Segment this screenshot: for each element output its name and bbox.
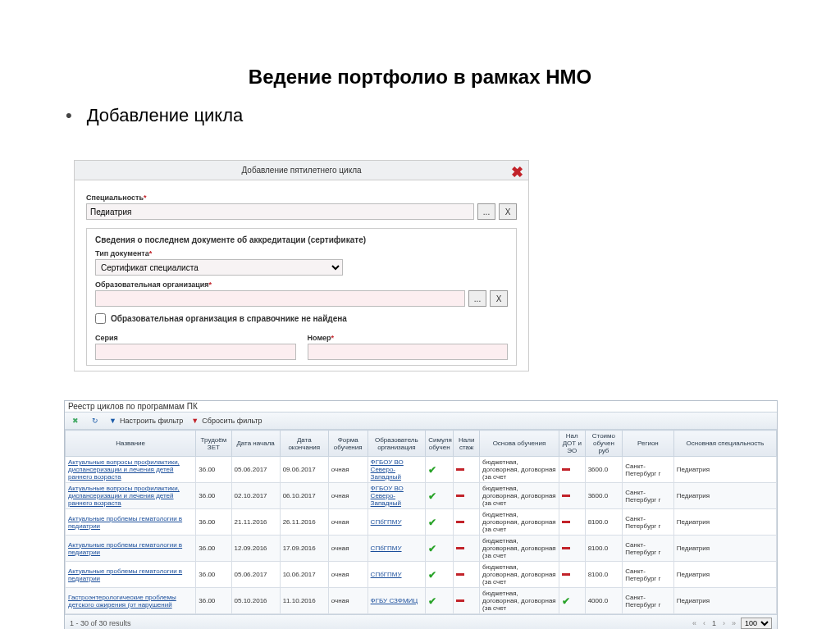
- table-row[interactable]: Актуальные вопросы профилактики, диспанс…: [66, 483, 777, 509]
- org-lookup-button[interactable]: ...: [468, 290, 486, 307]
- funnel-icon: ▼: [109, 417, 117, 425]
- page-size-select[interactable]: 100: [741, 618, 772, 629]
- col-name[interactable]: Название: [66, 431, 196, 457]
- minus-icon: [562, 468, 570, 471]
- refresh-icon[interactable]: ↻: [89, 415, 101, 426]
- org-not-found-checkbox[interactable]: [95, 313, 106, 324]
- series-input[interactable]: [95, 344, 296, 360]
- minus-icon: [562, 547, 570, 549]
- grid-footer: 1 - 30 of 30 results « ‹ 1 › » 100: [65, 614, 777, 629]
- table-row[interactable]: Актуальные проблемы гематологии в педиат…: [66, 562, 777, 588]
- cycles-grid: Реестр циклов по программам ПК ✖ ↻ ▼ Нас…: [64, 400, 778, 629]
- row-name-link[interactable]: Гастроэнтерологические проблемы детского…: [68, 594, 176, 608]
- check-icon: ✔: [428, 595, 436, 607]
- check-icon: ✔: [562, 595, 570, 607]
- check-icon: ✔: [428, 490, 436, 502]
- grid-title: Реестр циклов по программам ПК: [65, 401, 777, 412]
- accreditation-section: Сведения о последнем документе об аккред…: [86, 228, 517, 366]
- series-label: Серия: [95, 334, 296, 342]
- table-row[interactable]: Актуальные проблемы гематологии в педиат…: [66, 509, 777, 536]
- col-spec[interactable]: Основная специальность: [673, 431, 776, 457]
- funnel-reset-icon: ▼: [191, 417, 199, 425]
- col-region[interactable]: Регион: [623, 431, 674, 457]
- col-end[interactable]: Дата окончания: [280, 431, 328, 457]
- col-dot[interactable]: Нал ДОТ и ЭО: [559, 431, 585, 457]
- row-name-link[interactable]: Актуальные проблемы гематологии в педиат…: [68, 515, 182, 530]
- dialog-header: Добавление пятилетнего цикла ✖: [75, 161, 528, 180]
- row-name-link[interactable]: Актуальные вопросы профилактики, диспанс…: [68, 485, 180, 507]
- pager-current: 1: [710, 619, 718, 627]
- col-cost[interactable]: Стоимо обучен руб: [585, 431, 623, 457]
- minus-icon: [456, 521, 464, 523]
- minus-icon: [456, 547, 464, 549]
- row-org-link[interactable]: СПбГПМУ: [371, 545, 402, 552]
- row-name-link[interactable]: Актуальные проблемы гематологии в педиат…: [68, 541, 182, 556]
- bullet-item: Добавление цикла: [66, 105, 840, 126]
- col-zet[interactable]: Трудоём ЗЕТ: [196, 431, 231, 457]
- check-icon: ✔: [428, 543, 436, 554]
- results-label: 1 - 30 of 30 results: [70, 619, 131, 627]
- table-row[interactable]: Актуальные проблемы гематологии в педиат…: [66, 536, 777, 562]
- row-org-link[interactable]: СПбГПМУ: [371, 571, 402, 578]
- number-input[interactable]: [308, 344, 509, 360]
- col-start[interactable]: Дата начала: [231, 431, 280, 457]
- setup-filter-link[interactable]: ▼ Настроить фильтр: [109, 417, 183, 425]
- minus-icon: [456, 573, 464, 576]
- pager-next[interactable]: ›: [721, 619, 727, 627]
- org-not-found-label: Образовательная организация в справочник…: [111, 314, 347, 323]
- pager: « ‹ 1 › » 100: [691, 618, 772, 629]
- number-label: Номер*: [308, 334, 509, 342]
- check-icon: ✔: [428, 569, 436, 581]
- dialog-title: Добавление пятилетнего цикла: [241, 166, 361, 175]
- reset-filter-link[interactable]: ▼ Сбросить фильтр: [191, 417, 262, 425]
- pager-prev[interactable]: ‹: [701, 619, 707, 627]
- specialty-label: Специальность*: [86, 194, 517, 202]
- col-form[interactable]: Форма обучения: [328, 431, 368, 457]
- row-name-link[interactable]: Актуальные проблемы гематологии в педиат…: [68, 567, 182, 582]
- org-clear-button[interactable]: X: [490, 290, 508, 307]
- minus-icon: [456, 468, 464, 471]
- col-sim[interactable]: Симуля обучен: [426, 431, 454, 457]
- specialty-clear-button[interactable]: X: [499, 203, 517, 220]
- org-input[interactable]: [95, 290, 465, 307]
- doc-type-select[interactable]: Сертификат специалиста: [95, 259, 343, 276]
- check-icon: ✔: [428, 517, 436, 528]
- minus-icon: [562, 573, 570, 576]
- close-icon[interactable]: ✖: [511, 163, 523, 181]
- slide-title: Ведение портфолио в рамках НМО: [0, 66, 840, 89]
- minus-icon: [562, 495, 570, 497]
- specialty-lookup-button[interactable]: ...: [477, 203, 495, 220]
- minus-icon: [456, 495, 464, 497]
- section-title: Сведения о последнем документе об аккред…: [95, 235, 508, 244]
- col-org[interactable]: Образователь организация: [368, 431, 426, 457]
- pager-first[interactable]: «: [691, 619, 698, 627]
- add-cycle-dialog: Добавление пятилетнего цикла ✖ Специальн…: [74, 160, 529, 371]
- row-name-link[interactable]: Актуальные вопросы профилактики, диспанс…: [68, 458, 180, 481]
- org-label: Образовательная организация*: [95, 280, 508, 289]
- doc-type-label: Тип документа*: [95, 249, 508, 258]
- minus-icon: [456, 599, 464, 602]
- col-basis[interactable]: Основа обучения: [480, 431, 559, 457]
- col-staz[interactable]: Нали стаж: [454, 431, 480, 457]
- specialty-input[interactable]: [86, 203, 474, 220]
- minus-icon: [562, 521, 570, 523]
- table-row[interactable]: Гастроэнтерологические проблемы детского…: [66, 588, 777, 614]
- wrench-icon[interactable]: ✖: [70, 415, 81, 426]
- check-icon: ✔: [428, 464, 436, 476]
- pager-last[interactable]: »: [730, 619, 737, 627]
- row-org-link[interactable]: СПбГПМУ: [371, 518, 402, 526]
- row-org-link[interactable]: ФГБОУ ВО Северо-Западный: [371, 458, 404, 481]
- table-row[interactable]: Актуальные вопросы профилактики, диспанс…: [66, 457, 777, 483]
- row-org-link[interactable]: ФГБУ СЗФМИЦ: [371, 597, 418, 604]
- data-table: Название Трудоём ЗЕТ Дата начала Дата ок…: [65, 430, 777, 614]
- grid-toolbar: ✖ ↻ ▼ Настроить фильтр ▼ Сбросить фильтр: [65, 412, 777, 430]
- row-org-link[interactable]: ФГБОУ ВО Северо-Западный: [371, 485, 404, 507]
